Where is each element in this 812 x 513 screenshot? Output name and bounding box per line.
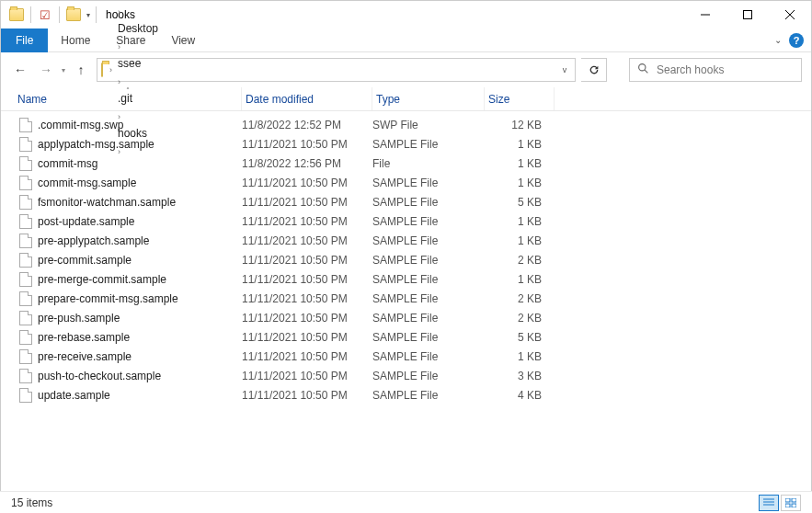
breadcrumb-segment[interactable]: hooks xyxy=(115,122,161,144)
file-type: SAMPLE File xyxy=(372,312,485,325)
file-name: commit-msg.sample xyxy=(38,177,136,189)
file-row[interactable]: commit-msg.sample11/11/2021 10:50 PMSAMP… xyxy=(1,173,811,192)
chevron-right-icon[interactable]: › xyxy=(115,77,123,86)
minimize-button[interactable] xyxy=(684,1,726,28)
recent-locations-dropdown[interactable]: ▾ xyxy=(62,66,65,74)
file-row[interactable]: post-update.sample11/11/2021 10:50 PMSAM… xyxy=(1,211,811,231)
file-name: push-to-checkout.sample xyxy=(38,370,161,382)
navigation-bar: ← → ▾ ↑ › This PC›Desktop›ssee›.git›hook… xyxy=(1,52,811,87)
svg-point-4 xyxy=(639,64,646,71)
file-row[interactable]: push-to-checkout.sample11/11/2021 10:50 … xyxy=(1,366,811,385)
file-icon xyxy=(19,349,32,364)
expand-ribbon-icon[interactable]: ⌄ xyxy=(774,35,782,45)
file-size: 1 KB xyxy=(485,215,551,228)
forward-button[interactable]: → xyxy=(36,60,56,80)
file-icon xyxy=(19,388,32,403)
breadcrumb-segment[interactable]: Desktop xyxy=(115,17,161,40)
refresh-button[interactable] xyxy=(581,58,607,82)
file-icon xyxy=(19,311,32,325)
file-icon xyxy=(19,291,32,306)
file-type: SAMPLE File xyxy=(372,234,485,247)
column-date[interactable]: Date modified xyxy=(242,87,372,110)
file-size: 1 KB xyxy=(485,234,551,247)
file-type: SAMPLE File xyxy=(372,350,485,363)
search-input[interactable]: Search hooks xyxy=(629,58,802,82)
column-headers: Name ˄ Date modified Type Size xyxy=(1,87,811,111)
qat-dropdown-icon[interactable]: ▾ xyxy=(86,11,90,19)
file-icon xyxy=(19,156,32,171)
file-name: post-update.sample xyxy=(38,215,134,228)
file-row[interactable]: pre-applypatch.sample11/11/2021 10:50 PM… xyxy=(1,231,811,250)
svg-rect-11 xyxy=(785,504,790,507)
file-name: .commit-msg.swp xyxy=(38,119,123,131)
file-name: fsmonitor-watchman.sample xyxy=(38,196,176,209)
thumbnails-view-button[interactable] xyxy=(781,495,801,511)
file-size: 12 KB xyxy=(485,119,551,131)
file-row[interactable]: pre-rebase.sample11/11/2021 10:50 PMSAMP… xyxy=(1,327,811,347)
svg-rect-1 xyxy=(744,11,752,19)
maximize-button[interactable] xyxy=(726,1,769,28)
home-tab[interactable]: Home xyxy=(48,28,103,52)
view-tab[interactable]: View xyxy=(158,28,208,52)
file-row[interactable]: pre-merge-commit.sample11/11/2021 10:50 … xyxy=(1,269,811,289)
item-count: 15 items xyxy=(11,496,52,509)
file-date: 11/11/2021 10:50 PM xyxy=(242,196,372,209)
file-icon xyxy=(19,369,32,383)
separator xyxy=(30,6,31,23)
breadcrumb-segment[interactable]: ssee xyxy=(115,52,161,74)
file-name: pre-merge-commit.sample xyxy=(38,273,166,286)
chevron-right-icon[interactable]: › xyxy=(115,7,123,17)
file-row[interactable]: pre-receive.sample11/11/2021 10:50 PMSAM… xyxy=(1,347,811,366)
file-icon xyxy=(19,234,32,248)
chevron-right-icon[interactable]: › xyxy=(115,42,123,51)
file-type: SAMPLE File xyxy=(372,370,485,382)
file-type: SAMPLE File xyxy=(372,254,485,267)
file-size: 5 KB xyxy=(485,196,551,209)
svg-rect-10 xyxy=(792,498,796,502)
file-name: pre-receive.sample xyxy=(38,350,132,363)
file-row[interactable]: update.sample11/11/2021 10:50 PMSAMPLE F… xyxy=(1,385,811,405)
column-size[interactable]: Size xyxy=(485,87,555,110)
breadcrumb-segment[interactable]: This PC xyxy=(115,0,161,5)
file-name: commit-msg xyxy=(38,157,97,170)
file-row[interactable]: fsmonitor-watchman.sample11/11/2021 10:5… xyxy=(1,192,811,211)
file-date: 11/11/2021 10:50 PM xyxy=(242,234,372,247)
file-size: 2 KB xyxy=(485,254,551,267)
status-bar: 15 items xyxy=(0,491,812,513)
back-button[interactable]: ← xyxy=(10,60,30,80)
folder-icon xyxy=(101,63,103,76)
search-icon xyxy=(637,63,649,77)
file-date: 11/11/2021 10:50 PM xyxy=(242,370,372,382)
separator xyxy=(96,6,97,23)
address-dropdown-icon[interactable]: v xyxy=(555,59,575,81)
file-row[interactable]: prepare-commit-msg.sample11/11/2021 10:5… xyxy=(1,289,811,308)
properties-qat-button[interactable]: ☑ xyxy=(37,6,53,23)
column-name[interactable]: Name ˄ xyxy=(14,87,242,110)
new-folder-qat-button[interactable] xyxy=(65,6,82,23)
file-icon xyxy=(19,214,32,229)
file-date: 11/11/2021 10:50 PM xyxy=(242,177,372,189)
file-date: 11/11/2021 10:50 PM xyxy=(242,254,372,267)
help-button[interactable]: ? xyxy=(789,33,804,48)
chevron-right-icon[interactable]: › xyxy=(115,112,123,121)
up-button[interactable]: ↑ xyxy=(71,60,91,80)
file-type: SAMPLE File xyxy=(372,292,485,305)
file-type: SAMPLE File xyxy=(372,138,485,151)
folder-icon xyxy=(8,6,25,23)
file-date: 11/11/2021 10:50 PM xyxy=(242,389,372,402)
file-row[interactable]: pre-push.sample11/11/2021 10:50 PMSAMPLE… xyxy=(1,308,811,327)
file-tab[interactable]: File xyxy=(1,28,48,52)
close-button[interactable] xyxy=(769,1,811,28)
file-date: 11/11/2021 10:50 PM xyxy=(242,350,372,363)
chevron-right-icon[interactable]: › xyxy=(107,65,115,74)
file-icon xyxy=(19,272,32,287)
address-bar[interactable]: › This PC›Desktop›ssee›.git›hooks› v xyxy=(97,58,576,82)
file-date: 11/8/2022 12:52 PM xyxy=(242,119,372,131)
svg-rect-9 xyxy=(785,498,790,502)
chevron-right-icon[interactable]: › xyxy=(115,147,123,156)
details-view-button[interactable] xyxy=(759,495,779,511)
column-type[interactable]: Type xyxy=(372,87,485,110)
file-icon xyxy=(19,118,32,132)
separator xyxy=(59,6,60,23)
file-row[interactable]: pre-commit.sample11/11/2021 10:50 PMSAMP… xyxy=(1,250,811,269)
